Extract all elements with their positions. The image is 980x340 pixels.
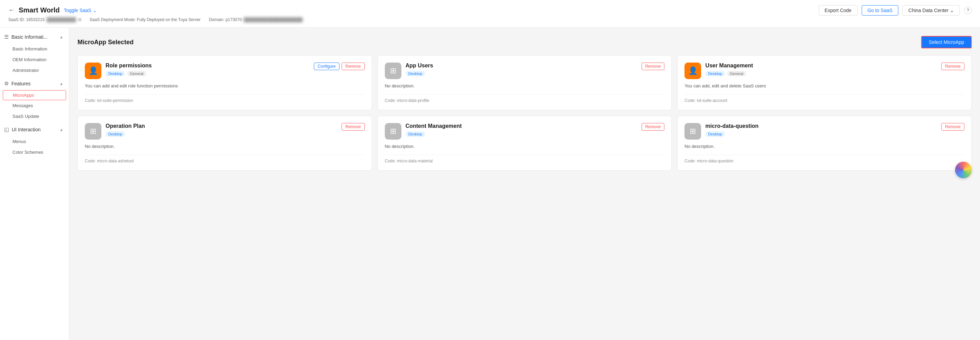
datacenter-selector[interactable]: China Data Center ⌄ <box>902 5 960 16</box>
domain-label: Domain: p173070 <box>209 17 242 22</box>
card-desc-user-management: You can add, edit and delete SaaS users <box>684 83 964 90</box>
sidebar-section-header-ui-interaction[interactable]: ◱ UI Interaction ▲ <box>0 123 69 136</box>
card-tags-operation-plan: Desktop <box>105 131 145 137</box>
card-header-content-management: ⊞ Content Management Desktop Remove <box>385 123 665 139</box>
card-code-micro-data-question: Code: micro-data-question <box>684 155 964 163</box>
tag-general: General <box>127 71 146 76</box>
header-left: ← Smart World Toggle SaaS ⌄ <box>8 6 97 14</box>
goto-saas-button[interactable]: Go to SaaS <box>862 5 898 16</box>
tag-desktop: Desktop <box>105 71 125 76</box>
chevron-up-icon-features: ▲ <box>59 82 63 86</box>
configure-button-role-permissions[interactable]: Configure <box>314 63 339 70</box>
sidebar-section-title-basic-information: Basic Informati... <box>11 34 48 40</box>
app-icon-content-management: ⊞ <box>385 123 401 139</box>
sidebar-section-title-ui-interaction: UI Interaction <box>12 127 40 132</box>
domain-item: Domain: p173070 ████████████████████ <box>209 17 303 22</box>
help-icon[interactable]: ? <box>964 6 972 14</box>
app-title: Smart World <box>19 6 60 14</box>
tag-desktop-operation-plan: Desktop <box>105 131 125 137</box>
sidebar-section-features: ⚙ Features ▲ MicroApps Messages SaaS Upd… <box>0 77 69 122</box>
tag-desktop-micro-data-question: Desktop <box>705 131 725 137</box>
saas-id-value: ██████████ <box>47 17 76 22</box>
sidebar-section-header-basic-information[interactable]: ☰ Basic Informati... ▲ <box>0 30 69 44</box>
app-icon-operation-plan: ⊞ <box>85 123 102 139</box>
card-title-micro-data-question: micro-data-question <box>705 123 759 129</box>
card-header-user-management: 👤 User Management Desktop General Remove <box>684 63 964 79</box>
grid-icon-operation-plan: ⊞ <box>90 127 96 136</box>
sidebar-section-title-features: Features <box>11 81 30 86</box>
grid-icon-app-users: ⊞ <box>390 66 396 75</box>
user-icon-management: 👤 <box>688 66 698 75</box>
card-title-app-users: App Users <box>406 63 433 69</box>
sidebar-section-ui-interaction: ◱ UI Interaction ▲ Menus Color Schemes <box>0 123 69 158</box>
grid-icon-micro-data-question: ⊞ <box>690 127 696 136</box>
remove-button-operation-plan[interactable]: Remove <box>342 123 365 131</box>
sidebar-item-administrator[interactable]: Administrator <box>0 65 69 76</box>
document-icon: ☰ <box>4 34 9 40</box>
card-actions-micro-data-question: Remove <box>941 123 964 131</box>
card-header-micro-data-question: ⊞ micro-data-question Desktop Remove <box>684 123 964 139</box>
sidebar-item-color-schemes[interactable]: Color Schemes <box>0 147 69 158</box>
card-micro-data-question: ⊞ micro-data-question Desktop Remove No <box>677 116 972 171</box>
sidebar-item-saas-update[interactable]: SaaS Update <box>0 111 69 122</box>
card-tags-app-users: Desktop <box>406 71 433 76</box>
sidebar-section-basic-information: ☰ Basic Informati... ▲ Basic Information… <box>0 30 69 76</box>
remove-button-role-permissions[interactable]: Remove <box>342 63 365 70</box>
app-icon-user-management: 👤 <box>684 63 701 79</box>
card-actions-operation-plan: Remove <box>342 123 365 131</box>
sidebar-item-microapps[interactable]: MicroApps <box>3 90 66 100</box>
saas-id-label: SaaS ID: 18533215 <box>8 17 45 22</box>
floating-circle-decoration[interactable] <box>955 162 972 178</box>
tag-desktop-app-users: Desktop <box>406 71 425 76</box>
card-desc-app-users: No description. <box>385 83 665 90</box>
sidebar-item-basic-info[interactable]: Basic Information <box>0 44 69 54</box>
export-code-button[interactable]: Export Code <box>819 5 858 16</box>
chevron-up-icon: ▲ <box>59 35 63 39</box>
sidebar-item-messages[interactable]: Messages <box>0 100 69 111</box>
card-actions-role-permissions: Configure Remove <box>314 63 365 70</box>
card-tags-content-management: Desktop <box>406 131 462 137</box>
card-code-user-management: Code: iot-suite-account <box>684 94 964 103</box>
card-tags-user-management: Desktop General <box>705 71 753 76</box>
chevron-up-icon-ui: ▲ <box>59 128 63 132</box>
card-code-app-users: Code: micro-data-profile <box>385 94 665 103</box>
back-button[interactable]: ← <box>8 6 14 14</box>
remove-button-app-users[interactable]: Remove <box>641 63 665 70</box>
card-tags-role-permissions: Desktop General <box>105 71 151 76</box>
app-icon-role-permissions: 👤 <box>85 63 102 79</box>
microapps-grid: 👤 Role permissions Desktop General Confi… <box>78 55 972 171</box>
remove-button-content-management[interactable]: Remove <box>641 123 665 131</box>
header-sub: SaaS ID: 18533215 ██████████ ⧉ SaaS Depl… <box>8 17 972 22</box>
card-title-role-permissions: Role permissions <box>105 63 151 69</box>
card-tags-micro-data-question: Desktop <box>705 131 759 137</box>
sidebar-section-header-features[interactable]: ⚙ Features ▲ <box>0 77 69 90</box>
card-desc-micro-data-question: No description. <box>684 144 964 151</box>
main-content: MicroApp Selected Select MicroApp 👤 Role… <box>69 28 980 340</box>
domain-value: ████████████████████ <box>243 17 302 22</box>
card-operation-plan: ⊞ Operation Plan Desktop Remove No desc <box>78 116 372 171</box>
page-title: MicroApp Selected <box>78 39 134 46</box>
sidebar-item-menus[interactable]: Menus <box>0 136 69 147</box>
copy-icon[interactable]: ⧉ <box>78 17 81 22</box>
tag-general-user-mgmt: General <box>727 71 746 76</box>
card-desc-role-permissions: You can add and edit role function permi… <box>85 83 365 90</box>
select-microapp-button[interactable]: Select MicroApp <box>921 36 972 48</box>
card-title-operation-plan: Operation Plan <box>105 123 145 129</box>
remove-button-micro-data-question[interactable]: Remove <box>941 123 964 131</box>
remove-button-user-management[interactable]: Remove <box>941 63 964 70</box>
header-top: ← Smart World Toggle SaaS ⌄ Export Code … <box>8 5 972 16</box>
card-user-management: 👤 User Management Desktop General Remove <box>677 55 972 110</box>
card-title-content-management: Content Management <box>406 123 462 129</box>
ui-icon: ◱ <box>4 127 9 133</box>
sidebar-item-oem-info[interactable]: OEM Information <box>0 54 69 65</box>
layout: ☰ Basic Informati... ▲ Basic Information… <box>0 28 980 340</box>
card-code-role-permissions: Code: iot-suite-permission <box>85 94 365 103</box>
card-content-management: ⊞ Content Management Desktop Remove No <box>377 116 672 171</box>
app-icon-app-users: ⊞ <box>385 63 401 79</box>
card-desc-operation-plan: No description. <box>85 144 365 151</box>
tag-desktop-user-mgmt: Desktop <box>705 71 725 76</box>
card-desc-content-management: No description. <box>385 144 665 151</box>
toggle-saas-button[interactable]: Toggle SaaS ⌄ <box>64 8 97 13</box>
role-icon: 👤 <box>89 66 98 75</box>
header: ← Smart World Toggle SaaS ⌄ Export Code … <box>0 0 980 28</box>
